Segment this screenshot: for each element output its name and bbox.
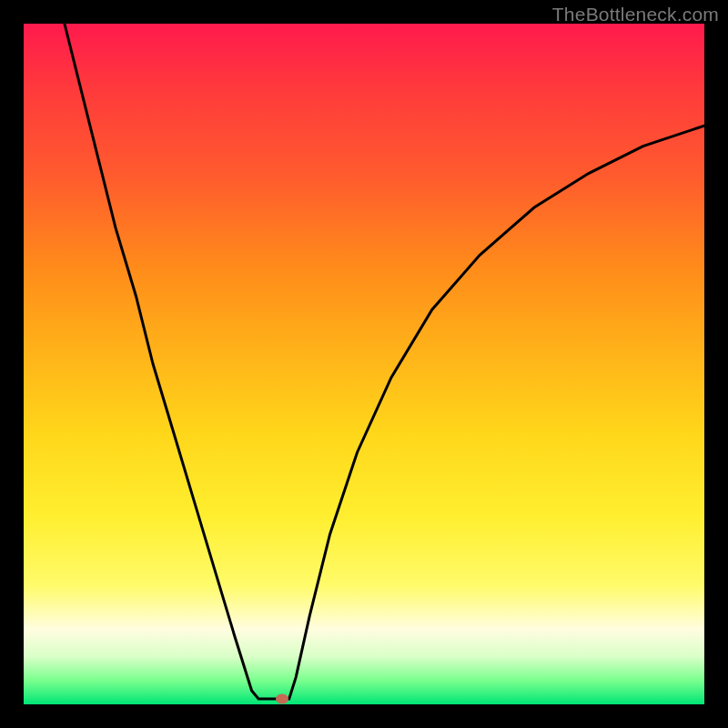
bottleneck-curve	[24, 24, 704, 704]
plot-area	[24, 24, 704, 704]
optimum-marker	[276, 694, 288, 704]
chart-frame: TheBottleneck.com	[0, 0, 728, 728]
attribution-text: TheBottleneck.com	[552, 4, 719, 25]
curve-path	[65, 24, 704, 699]
